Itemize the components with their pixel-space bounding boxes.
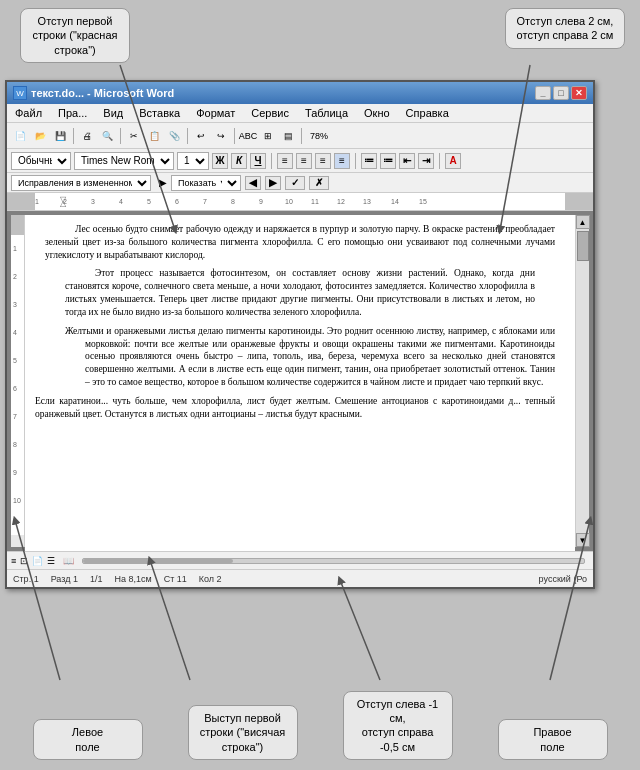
horizontal-scrollbar[interactable] [82,558,585,564]
zoom-display: 78% [310,131,328,141]
track-select[interactable]: Исправления в измененном документе [11,175,151,191]
menu-view[interactable]: Вид [99,106,127,120]
view-outline[interactable]: ☰ [47,556,55,566]
align-left-button[interactable]: ≡ [277,153,293,169]
menu-file[interactable]: Файл [11,106,46,120]
fmt-sep-3 [439,153,440,169]
scroll-thumb[interactable] [577,231,589,261]
document-page: Лес осенью будто снимает рабочую одежду … [25,215,575,551]
indent-less-button[interactable]: ⇤ [399,153,415,169]
bottom-annotations: Левоеполе Выступ первойстроки ("висячаяс… [0,670,640,770]
annotation-top-right: Отступ слева 2 см, отступ справа 2 см [505,8,625,49]
fmt-sep-1 [271,153,272,169]
vertical-scrollbar[interactable]: ▲ ▼ [575,215,589,547]
save-button[interactable]: 💾 [51,127,69,145]
toolbar-sep-1 [73,128,74,144]
copy-button[interactable]: 📋 [145,127,163,145]
status-col: Ст 11 [164,574,187,584]
open-button[interactable]: 📂 [31,127,49,145]
menu-edit[interactable]: Пра... [54,106,91,120]
menu-format[interactable]: Формат [192,106,239,120]
status-pages: 1/1 [90,574,103,584]
italic-button[interactable]: К [231,153,247,169]
ruler-left-margin [7,193,35,210]
menu-table[interactable]: Таблица [301,106,352,120]
word-window: W текст.do... - Microsoft Word _ □ ✕ Фай… [5,80,595,589]
menu-window[interactable]: Окно [360,106,394,120]
reject-button[interactable]: ✗ [309,176,329,190]
annotation-top-left: Отступ первой строки ("красная строка") [20,8,130,63]
horizontal-ruler: 1 2 3 4 5 6 7 8 9 10 11 12 13 14 15 ▽ △ [7,193,593,211]
status-pos: На 8,1см [114,574,151,584]
align-center-button[interactable]: ≡ [296,153,312,169]
ruler-right-margin [565,193,593,210]
maximize-button[interactable]: □ [553,86,569,100]
annotation-neg-indent: Отступ слева -1 см,отступ справа -0,5 см [343,691,453,760]
track-changes-bar: Исправления в измененном документе ▶ Пок… [7,173,593,193]
indent-more-button[interactable]: ⇥ [418,153,434,169]
status-col2: Кол 2 [199,574,222,584]
toolbar-sep-5 [301,128,302,144]
window-title: текст.do... - Microsoft Word [31,87,174,99]
toolbar-sep-4 [234,128,235,144]
show-select[interactable]: Показать ▼ [171,175,241,191]
title-buttons: _ □ ✕ [535,86,587,100]
preview-button[interactable]: 🔍 [98,127,116,145]
minimize-button[interactable]: _ [535,86,551,100]
doc-area: 1 2 3 4 5 6 7 8 9 10 Лес осенью будто сн… [7,211,593,551]
new-button[interactable]: 📄 [11,127,29,145]
highlight-button[interactable]: A [445,153,461,169]
scroll-up-button[interactable]: ▲ [576,215,590,229]
align-justify-button[interactable]: ≡ [334,153,350,169]
print-button[interactable]: 🖨 [78,127,96,145]
align-right-button[interactable]: ≡ [315,153,331,169]
view-print[interactable]: 📄 [32,556,43,566]
paste-button[interactable]: 📎 [165,127,183,145]
paragraph-4: Если каратинои... чуть больше, чем хлоро… [35,395,555,421]
undo-button[interactable]: ↩ [192,127,210,145]
title-bar: W текст.do... - Microsoft Word _ □ ✕ [7,82,593,104]
scroll-down-button[interactable]: ▼ [576,533,590,547]
ruler-content[interactable]: 1 2 3 4 5 6 7 8 9 10 11 12 13 14 15 ▽ △ [35,193,565,210]
paragraph-3: Желтыми и оранжевыми листья делаю пигмен… [45,325,555,389]
bold-button[interactable]: Ж [212,153,228,169]
bottom-toolbar: ≡ ⊡ 📄 ☰ 📖 [7,551,593,569]
show-label: ▶ [159,177,167,188]
status-section: Разд 1 [51,574,78,584]
columns-button[interactable]: ▤ [279,127,297,145]
accept-button[interactable]: ✓ [285,176,305,190]
menu-help[interactable]: Справка [402,106,453,120]
prev-change-button[interactable]: ◀ [245,176,261,190]
reading-mode[interactable]: 📖 [63,556,74,566]
menu-insert[interactable]: Вставка [135,106,184,120]
size-dropdown[interactable]: 12 [177,152,209,170]
next-change-button[interactable]: ▶ [265,176,281,190]
spell-button[interactable]: ABC [239,127,257,145]
table-button[interactable]: ⊞ [259,127,277,145]
cut-button[interactable]: ✂ [125,127,143,145]
paragraph-1: Лес осенью будто снимает рабочую одежду … [45,223,555,261]
view-normal[interactable]: ≡ [11,556,16,566]
style-dropdown[interactable]: Обычный [11,152,71,170]
view-web[interactable]: ⊡ [20,556,28,566]
toolbar-sep-3 [187,128,188,144]
redo-button[interactable]: ↪ [212,127,230,145]
paragraph-2: Этот процесс называется фотосинтезом, он… [65,267,535,318]
font-dropdown[interactable]: Times New Roman [74,152,174,170]
underline-button[interactable]: Ч [250,153,266,169]
toolbar-sep-2 [120,128,121,144]
bullets-button[interactable]: ≔ [361,153,377,169]
status-bar: Стр. 1 Разд 1 1/1 На 8,1см Ст 11 Кол 2 р… [7,569,593,587]
status-page: Стр. 1 [13,574,39,584]
title-bar-left: W текст.do... - Microsoft Word [13,86,174,100]
menu-tools[interactable]: Сервис [247,106,293,120]
vertical-ruler: 1 2 3 4 5 6 7 8 9 10 [11,215,25,547]
svg-line-4 [340,580,380,680]
format-bar: Обычный Times New Roman 12 Ж К Ч ≡ ≡ ≡ ≡… [7,149,593,173]
annotation-left-margin: Левоеполе [33,719,143,760]
numbering-button[interactable]: ≔ [380,153,396,169]
annotation-right-margin: Правоеполе [498,719,608,760]
close-button[interactable]: ✕ [571,86,587,100]
word-icon: W [13,86,27,100]
annotation-hanging-indent: Выступ первойстроки ("висячаястрока") [188,705,298,760]
